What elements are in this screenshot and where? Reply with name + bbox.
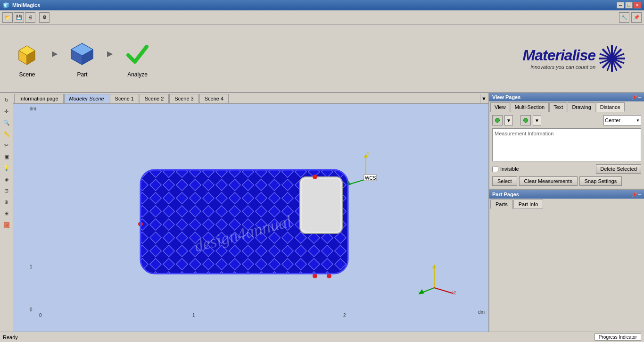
part-tool[interactable]: 🧱 bbox=[1, 219, 12, 230]
toolbar-part[interactable]: Part bbox=[67, 39, 98, 78]
green-dot-1 bbox=[495, 118, 500, 123]
analyze-label: Analyze bbox=[127, 71, 148, 78]
title-bar-left: 🧊 MiniMagics bbox=[3, 2, 40, 8]
part-pages-section: Part Pages 📌 ─ Parts Part Info bbox=[489, 190, 644, 210]
small-toolbar: 📂 💾 🖨 ⚙ 🔧 📌 bbox=[0, 10, 644, 25]
svg-line-30 bbox=[434, 288, 453, 293]
logo-area: Materialise innovators you can count on bbox=[523, 42, 639, 75]
ruler-num-0-left: 0 bbox=[30, 307, 33, 312]
folder-open-button[interactable]: 📂 bbox=[2, 12, 13, 23]
ruler-dm-left: dm bbox=[30, 106, 36, 111]
zoom-tool[interactable]: 🔍 bbox=[1, 117, 12, 128]
svg-rect-38 bbox=[302, 179, 340, 232]
tab-scene3[interactable]: Scene 3 bbox=[169, 94, 198, 103]
scene-cube-icon bbox=[14, 41, 40, 67]
minimize-button[interactable]: ─ bbox=[617, 2, 624, 8]
tab-information-page[interactable]: Information page bbox=[14, 94, 64, 103]
title-bar-controls: ─ □ ✕ bbox=[617, 2, 641, 8]
part-pages-pin[interactable]: 📌 bbox=[631, 192, 637, 197]
content-area: ↻ ✛ 🔍 📏 ✂ ▣ 💡 ◈ ⊡ ⊕ ⊞ 🧱 Information page… bbox=[0, 93, 644, 332]
svg-point-40 bbox=[313, 175, 317, 179]
tab-expand-button[interactable]: ▼ bbox=[480, 94, 487, 103]
part-tab-parts[interactable]: Parts bbox=[490, 200, 513, 209]
part-pages-title: Part Pages bbox=[492, 192, 519, 197]
part-icon-box bbox=[67, 39, 98, 69]
ruler-num-1-left: 1 bbox=[30, 264, 33, 269]
analyze-icon-box bbox=[122, 39, 153, 69]
wireframe-tool[interactable]: ⊡ bbox=[1, 185, 12, 196]
view-pages-pin[interactable]: 📌 bbox=[631, 95, 637, 100]
maximize-button[interactable]: □ bbox=[625, 2, 633, 8]
status-right: Progress Indicator bbox=[594, 334, 641, 341]
svg-marker-26 bbox=[432, 264, 436, 268]
view-tab-multi-section[interactable]: Multi-Section bbox=[511, 102, 549, 112]
invisible-checkbox[interactable] bbox=[492, 166, 498, 172]
center-dropdown[interactable]: Center ▼ bbox=[603, 115, 641, 125]
axis-bottom: X Z bbox=[418, 259, 460, 298]
tab-scene4[interactable]: Scene 4 bbox=[199, 94, 229, 103]
tab-modeler-scene[interactable]: Modeler Scene bbox=[64, 94, 109, 103]
viewport: Information page Modeler Scene Scene 1 S… bbox=[13, 93, 488, 332]
dropdown-btn-1[interactable]: ▼ bbox=[504, 115, 513, 125]
view-pages-header: View Pages 📌 ─ bbox=[489, 93, 644, 101]
distance-controls-row: ▼ ▼ Center ▼ bbox=[492, 115, 641, 125]
status-text: Ready bbox=[3, 334, 18, 340]
axis-tool[interactable]: ⊕ bbox=[1, 197, 12, 207]
progress-indicator[interactable]: Progress Indicator bbox=[594, 334, 641, 341]
view-tab-distance[interactable]: Distance bbox=[596, 102, 625, 112]
scene-label: Scene bbox=[19, 71, 35, 78]
app-icon: 🧊 bbox=[3, 2, 9, 8]
settings-button[interactable]: ⚙ bbox=[39, 12, 50, 23]
move-tool[interactable]: ✛ bbox=[1, 106, 12, 117]
part-icon bbox=[69, 41, 95, 67]
invisible-row: Invisible Delete Selected bbox=[492, 164, 641, 174]
print-button[interactable]: 🖨 bbox=[25, 12, 35, 23]
cut-tool[interactable]: ✂ bbox=[1, 140, 12, 150]
tab-scene2[interactable]: Scene 2 bbox=[140, 94, 169, 103]
part-pages-header-btns: 📌 ─ bbox=[631, 192, 641, 197]
toolbar-analyze[interactable]: Analyze bbox=[122, 39, 153, 78]
part-pages-minimize[interactable]: ─ bbox=[638, 192, 641, 197]
tabs-bar: Information page Modeler Scene Scene 1 S… bbox=[13, 93, 488, 104]
view-pages-header-btns: 📌 ─ bbox=[631, 95, 641, 100]
part-tab-part-info[interactable]: Part Info bbox=[513, 200, 544, 209]
clear-measurements-button[interactable]: Clear Measurements bbox=[519, 176, 578, 186]
action-buttons-row: Select Clear Measurements Snap Settings bbox=[492, 176, 641, 186]
tab-scene1[interactable]: Scene 1 bbox=[110, 94, 139, 103]
view-cube-tool[interactable]: ▣ bbox=[1, 151, 12, 162]
view-tab-view[interactable]: View bbox=[490, 102, 510, 112]
close-button[interactable]: ✕ bbox=[634, 2, 641, 8]
rotate-tool[interactable]: ↻ bbox=[1, 95, 12, 105]
measure-tool[interactable]: 📏 bbox=[1, 129, 12, 139]
view-tab-drawing[interactable]: Drawing bbox=[568, 102, 595, 112]
svg-text:Z: Z bbox=[454, 291, 456, 295]
color-btn-1[interactable] bbox=[492, 115, 503, 125]
svg-text:WCS: WCS bbox=[365, 175, 376, 181]
delete-selected-button[interactable]: Delete Selected bbox=[596, 164, 641, 174]
perspective-tool[interactable]: ◈ bbox=[1, 174, 12, 184]
snap-settings-button[interactable]: Snap Settings bbox=[579, 176, 622, 186]
view-tab-text[interactable]: Text bbox=[549, 102, 567, 112]
center-dropdown-arrow: ▼ bbox=[636, 118, 640, 123]
title-bar: 🧊 MiniMagics ─ □ ✕ bbox=[0, 0, 644, 10]
toolbar-scene[interactable]: Scene bbox=[12, 39, 42, 78]
part-tabs: Parts Part Info bbox=[489, 199, 644, 210]
light-tool[interactable]: 💡 bbox=[1, 163, 12, 173]
ruler-num-0-bottom: 0 bbox=[39, 313, 42, 318]
arrow-1: ▶ bbox=[52, 49, 58, 58]
tool-btn-1[interactable]: 🔧 bbox=[619, 12, 629, 23]
save-button[interactable]: 💾 bbox=[14, 12, 24, 23]
tool-btn-2[interactable]: 📌 bbox=[631, 12, 642, 23]
canvas-area[interactable]: dm dm 1 0 0 1 2 Y X bbox=[13, 104, 488, 331]
svg-text:X: X bbox=[418, 291, 421, 295]
ruler-num-2-bottom: 2 bbox=[343, 313, 346, 318]
ruler-num-1-bottom: 1 bbox=[192, 313, 195, 318]
grid-tool[interactable]: ⊞ bbox=[1, 208, 12, 218]
color-btn-2[interactable] bbox=[520, 115, 531, 125]
ruler-dm-bottom: dm bbox=[478, 309, 485, 315]
select-button[interactable]: Select bbox=[492, 176, 517, 186]
view-pages-minimize[interactable]: ─ bbox=[638, 95, 641, 100]
analyze-checkmark-icon bbox=[124, 41, 150, 67]
toolbar-right: 🔧 📌 bbox=[619, 12, 642, 23]
dropdown-btn-2[interactable]: ▼ bbox=[533, 115, 541, 125]
